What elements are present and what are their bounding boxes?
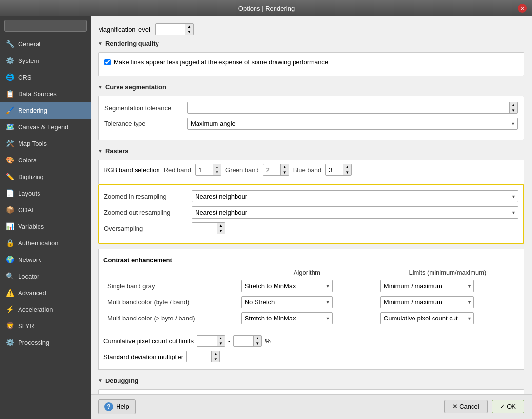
magnification-spinbox: 100% ▲ ▼	[155, 23, 194, 35]
slyr-icon: 🦁	[5, 321, 14, 330]
search-input[interactable]	[4, 20, 87, 32]
rasters-title: Rasters	[105, 147, 129, 155]
std-dev-input[interactable]: 2.00	[187, 352, 211, 362]
single-band-gray-algo-select[interactable]: Stretch to MinMax No Stretch Stretch and…	[241, 280, 333, 292]
sidebar-item-label: Acceleration	[18, 306, 53, 313]
green-band-up[interactable]: ▲	[281, 164, 289, 170]
sidebar-item-gdal[interactable]: 📦 GDAL	[0, 201, 91, 218]
single-band-gray-limits-wrapper: Minimum / maximum Cumulative pixel count…	[380, 280, 474, 292]
rendering-quality-header: ▼ Rendering quality	[98, 40, 524, 47]
contrast-row-multi-byte: Multi band color (byte / band) No Stretc…	[103, 294, 519, 310]
red-band-input[interactable]	[196, 165, 213, 175]
oversampling-arrows: ▲ ▼	[217, 223, 225, 234]
rendering-quality-toggle[interactable]: ▼	[98, 41, 103, 46]
green-band-spinbox: ▲ ▼	[263, 164, 289, 176]
segmentation-tolerance-down[interactable]: ▼	[510, 108, 517, 113]
sidebar-item-label: General	[18, 40, 40, 48]
sidebar-item-network[interactable]: 🌍 Network	[0, 251, 91, 268]
blue-band-input[interactable]	[326, 165, 343, 175]
contrast-col-algorithm: Algorithm	[237, 267, 376, 278]
rasters-highlighted-panel: Zoomed in resampling Nearest neighbour B…	[98, 184, 524, 244]
sidebar-item-data-sources[interactable]: 📋 Data Sources	[0, 85, 91, 102]
single-band-gray-limits-select[interactable]: Minimum / maximum Cumulative pixel count…	[380, 280, 474, 292]
sidebar-item-processing[interactable]: ⚙️ Processing	[0, 334, 91, 351]
red-band-arrows: ▲ ▼	[213, 164, 221, 175]
oversampling-spinbox: 2.00 ▲ ▼	[192, 222, 225, 234]
tolerance-type-label: Tolerance type	[104, 120, 182, 127]
segmentation-tolerance-input[interactable]: 1.00	[188, 103, 509, 113]
authentication-icon: 🔒	[5, 239, 14, 247]
make-lines-checkbox[interactable]	[104, 59, 111, 65]
cancel-button[interactable]: ✕ Cancel	[444, 400, 488, 413]
sidebar-item-system[interactable]: ⚙️ System	[0, 52, 91, 69]
oversampling-down[interactable]: ▼	[217, 228, 225, 234]
contrast-panel: Contrast enhancement Algorithm Limits (m…	[98, 249, 524, 370]
cumulative-to-up[interactable]: ▲	[254, 336, 261, 341]
sidebar-item-variables[interactable]: 📊 Variables	[0, 218, 91, 235]
rasters-toggle[interactable]: ▼	[98, 148, 103, 154]
sidebar-item-acceleration[interactable]: ⚡ Acceleration	[0, 301, 91, 318]
sidebar-item-label: Locator	[18, 273, 39, 280]
gdal-icon: 📦	[5, 205, 14, 214]
content-area: Magnification level 100% ▲ ▼ ▼ Rendering	[91, 16, 532, 419]
multi-band-byte-algo-select[interactable]: No Stretch Stretch to MinMax Stretch and…	[241, 296, 333, 308]
multi-band-byte-limits-select[interactable]: Minimum / maximum Cumulative pixel count…	[380, 296, 474, 308]
sidebar-item-label: Authentication	[18, 239, 58, 247]
cumulative-to-down[interactable]: ▼	[254, 341, 261, 346]
blue-band-up[interactable]: ▲	[343, 164, 351, 170]
red-band-down[interactable]: ▼	[213, 170, 221, 175]
contrast-table-header: Algorithm Limits (minimum/maximum)	[103, 267, 519, 278]
multi-band-gt-byte-algo-select[interactable]: Stretch to MinMax No Stretch Stretch and…	[241, 312, 333, 324]
debugging-title: Debugging	[105, 377, 138, 384]
green-band-down[interactable]: ▼	[281, 170, 289, 175]
magnification-up[interactable]: ▲	[185, 24, 193, 29]
sidebar-item-canvas-legend[interactable]: 🗺️ Canvas & Legend	[0, 119, 91, 135]
red-band-spinbox: ▲ ▼	[195, 164, 221, 176]
rgb-band-label: RGB band selection	[103, 166, 160, 174]
segmentation-tolerance-up[interactable]: ▲	[510, 102, 517, 108]
red-band-up[interactable]: ▲	[213, 164, 221, 170]
magnification-input[interactable]: 100%	[156, 24, 185, 35]
magnification-down[interactable]: ▼	[185, 29, 193, 35]
curve-segmentation-toggle[interactable]: ▼	[98, 84, 103, 90]
std-dev-down[interactable]: ▼	[212, 357, 219, 362]
oversampling-up[interactable]: ▲	[217, 223, 225, 228]
sidebar-item-locator[interactable]: 🔍 Locator	[0, 268, 91, 284]
sidebar-item-map-tools[interactable]: 🛠️ Map Tools	[0, 135, 91, 152]
rgb-band-row: RGB band selection Red band ▲ ▼ Green ba…	[103, 164, 519, 176]
help-button[interactable]: ? Help	[98, 399, 136, 414]
sidebar-item-colors[interactable]: 🎨 Colors	[0, 152, 91, 168]
sidebar-item-rendering[interactable]: 🖌️ Rendering	[0, 102, 91, 119]
cumulative-from-down[interactable]: ▼	[217, 341, 225, 346]
oversampling-input[interactable]: 2.00	[192, 223, 217, 234]
sidebar-item-authentication[interactable]: 🔒 Authentication	[0, 235, 91, 251]
zoomed-out-select[interactable]: Nearest neighbour Bilinear Cubic Cubic S…	[192, 206, 518, 219]
sidebar-item-layouts[interactable]: 📄 Layouts	[0, 185, 91, 201]
zoomed-in-select[interactable]: Nearest neighbour Bilinear Cubic Cubic S…	[192, 190, 518, 202]
oversampling-label: Oversampling	[104, 225, 187, 232]
curve-segmentation-section: ▼ Curve segmentation Segmentation tolera…	[98, 83, 524, 140]
single-band-gray-label: Single band gray	[103, 278, 237, 294]
ok-button[interactable]: ✓ OK	[492, 400, 524, 413]
sidebar-item-digitizing[interactable]: ✏️ Digitizing	[0, 168, 91, 185]
sidebar-item-slyr[interactable]: 🦁 SLYR	[0, 318, 91, 334]
green-band-input[interactable]	[263, 165, 280, 175]
sidebar-item-crs[interactable]: 🌐 CRS	[0, 69, 91, 85]
cumulative-from-up[interactable]: ▲	[217, 336, 225, 341]
cumulative-from-input[interactable]: 2.0	[197, 336, 217, 346]
cumulative-to-input[interactable]: 98.0	[234, 336, 253, 346]
debugging-toggle[interactable]: ▼	[98, 378, 103, 383]
canvas-legend-icon: 🗺️	[5, 122, 14, 131]
tolerance-type-select[interactable]: Maximum angle Maximum difference Maximum…	[187, 118, 518, 130]
advanced-icon: ⚠️	[5, 288, 14, 297]
single-band-gray-algo-wrapper: Stretch to MinMax No Stretch Stretch and…	[241, 280, 333, 292]
multi-band-gt-byte-limits-select[interactable]: Cumulative pixel count cut Minimum / max…	[380, 312, 474, 324]
sidebar-item-general[interactable]: 🔧 General	[0, 36, 91, 52]
close-button[interactable]: ✕	[518, 4, 527, 13]
layouts-icon: 📄	[5, 189, 14, 198]
main-area: 🔧 General ⚙️ System 🌐 CRS 📋 Data Sources…	[0, 16, 532, 419]
rendering-quality-section: ▼ Rendering quality Make lines appear le…	[98, 40, 524, 76]
sidebar-item-advanced[interactable]: ⚠️ Advanced	[0, 284, 91, 301]
std-dev-up[interactable]: ▲	[212, 351, 219, 357]
blue-band-down[interactable]: ▼	[343, 170, 351, 175]
